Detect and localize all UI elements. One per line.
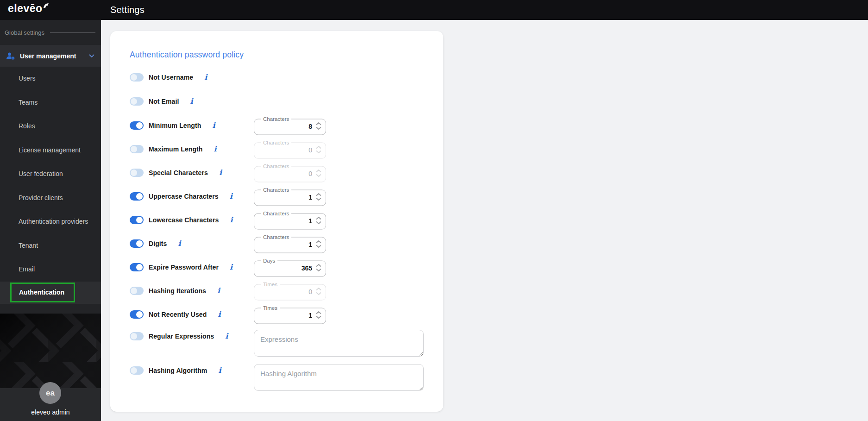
field-value-input[interactable]: [260, 122, 315, 130]
info-icon[interactable]: i: [204, 74, 207, 81]
logo-text: elevēo: [8, 1, 43, 15]
sidebar-section-label: Global settings: [5, 29, 44, 36]
sidebar-item-label: Email: [19, 265, 35, 274]
avatar[interactable]: ea: [39, 382, 61, 404]
toggle-not-username[interactable]: [130, 73, 144, 82]
field-value-input[interactable]: [260, 146, 315, 153]
chevron-up-icon[interactable]: [316, 193, 321, 196]
number-stepper: [315, 288, 322, 295]
number-stepper: [315, 264, 322, 272]
field-value-input[interactable]: [260, 288, 315, 295]
sidebar-item-label: User federation: [19, 170, 63, 178]
chevron-down-icon[interactable]: [316, 151, 321, 154]
chevron-up-icon[interactable]: [316, 240, 321, 244]
field-value-input[interactable]: [260, 311, 315, 319]
info-icon[interactable]: i: [217, 287, 220, 295]
policy-label: Expire Password After: [149, 264, 219, 271]
chevron-down-icon[interactable]: [316, 127, 321, 130]
sidebar-item-authentication-providers[interactable]: Authentication providers: [0, 210, 101, 234]
info-icon[interactable]: i: [230, 216, 233, 224]
info-icon[interactable]: i: [218, 367, 221, 374]
toggle-not-recently-used[interactable]: [130, 310, 144, 319]
number-stepper: [315, 217, 322, 225]
sidebar-item-tenant[interactable]: Tenant: [0, 234, 101, 258]
toggle-knob: [131, 170, 137, 176]
info-icon[interactable]: i: [219, 169, 222, 176]
info-icon[interactable]: i: [218, 311, 220, 318]
sidebar-item-label: License management: [19, 146, 81, 155]
policy-label: Special Characters: [149, 169, 208, 176]
toggle-uppercase-characters[interactable]: [130, 192, 144, 201]
user-name: eleveo admin: [0, 408, 101, 416]
chevron-up-icon[interactable]: [316, 288, 321, 291]
toggle-lowercase-characters[interactable]: [130, 216, 144, 224]
sidebar: Global settings User management UsersTea…: [0, 20, 101, 421]
info-icon[interactable]: i: [230, 193, 233, 200]
chevron-up-icon[interactable]: [316, 264, 321, 267]
sidebar-item-roles[interactable]: Roles: [0, 114, 101, 138]
number-field-minimum-length: Characters: [254, 116, 326, 135]
toggle-knob: [136, 264, 143, 270]
toggle-hashing-iterations[interactable]: [130, 287, 144, 295]
info-icon[interactable]: i: [212, 122, 215, 129]
chevron-down-icon[interactable]: [316, 269, 321, 272]
manage-accounts-icon: [6, 51, 16, 61]
annotation-highlight-box: Authentication: [10, 283, 75, 302]
sidebar-item-email[interactable]: Email: [0, 258, 101, 282]
sidebar-item-user-management[interactable]: User management: [0, 45, 101, 67]
chevron-down-icon[interactable]: [316, 174, 321, 177]
toggle-digits[interactable]: [130, 239, 144, 248]
regular-expressions-textarea[interactable]: [254, 330, 424, 357]
policy-label: Not Username: [149, 74, 193, 81]
policy-label: Hashing Algorithm: [149, 367, 207, 374]
chevron-up-icon[interactable]: [316, 146, 321, 149]
field-value-input[interactable]: [260, 240, 315, 248]
field-value-input[interactable]: [260, 170, 315, 177]
chevron-down-icon[interactable]: [316, 292, 321, 295]
toggle-expire-password-after[interactable]: [130, 263, 144, 271]
info-icon[interactable]: i: [214, 145, 217, 153]
chevron-down-icon[interactable]: [316, 198, 321, 201]
field-value-input[interactable]: [260, 217, 315, 224]
number-field-special-characters: Characters: [254, 163, 326, 182]
toggle-regular-expressions[interactable]: [130, 332, 144, 340]
hashing-algorithm-textarea[interactable]: [254, 364, 424, 391]
chevron-up-icon[interactable]: [316, 170, 321, 173]
sidebar-item-authentication[interactable]: Authentication: [0, 282, 101, 304]
toggle-not-email[interactable]: [130, 97, 144, 106]
info-icon[interactable]: i: [190, 98, 193, 105]
chevron-up-icon[interactable]: [316, 311, 321, 314]
policy-row-digits: DigitsiCharacters: [130, 232, 424, 255]
logo-mark-icon: [43, 2, 49, 8]
sidebar-item-license-management[interactable]: License management: [0, 138, 101, 163]
sidebar-item-user-federation[interactable]: User federation: [0, 162, 101, 186]
info-icon[interactable]: i: [225, 333, 228, 340]
toggle-special-characters[interactable]: [130, 169, 144, 177]
sidebar-section-global-settings: Global settings: [0, 20, 101, 45]
field-value-input[interactable]: [260, 264, 315, 271]
number-field-maximum-length: Characters: [254, 139, 326, 158]
policy-label: Lowercase Characters: [149, 216, 219, 224]
toggle-minimum-length[interactable]: [130, 121, 144, 130]
field-value-input[interactable]: [260, 193, 315, 201]
chevron-down-icon[interactable]: [89, 54, 94, 58]
chevron-down-icon[interactable]: [316, 221, 321, 225]
sidebar-item-provider-clients[interactable]: Provider clients: [0, 186, 101, 210]
toggle-maximum-length[interactable]: [130, 145, 144, 153]
chevron-up-icon[interactable]: [316, 122, 321, 126]
chevron-down-icon[interactable]: [316, 245, 321, 248]
policy-label: Digits: [149, 240, 167, 247]
info-icon[interactable]: i: [230, 264, 233, 271]
toggle-hashing-algorithm[interactable]: [130, 366, 144, 375]
sidebar-item-users[interactable]: Users: [0, 67, 101, 91]
sidebar-item-teams[interactable]: Teams: [0, 91, 101, 115]
sidebar-item-label: Users: [19, 74, 36, 83]
chevron-up-icon[interactable]: [316, 217, 321, 220]
page-title: Settings: [110, 0, 145, 20]
info-icon[interactable]: i: [178, 240, 181, 247]
policy-label: Not Recently Used: [149, 311, 207, 318]
chevron-down-icon[interactable]: [316, 316, 321, 319]
app-logo[interactable]: elevēo: [8, 1, 49, 15]
policy-row-hashing-iterations: Hashing IterationsiTimes: [130, 279, 424, 302]
sidebar-item-label: User management: [20, 52, 89, 60]
